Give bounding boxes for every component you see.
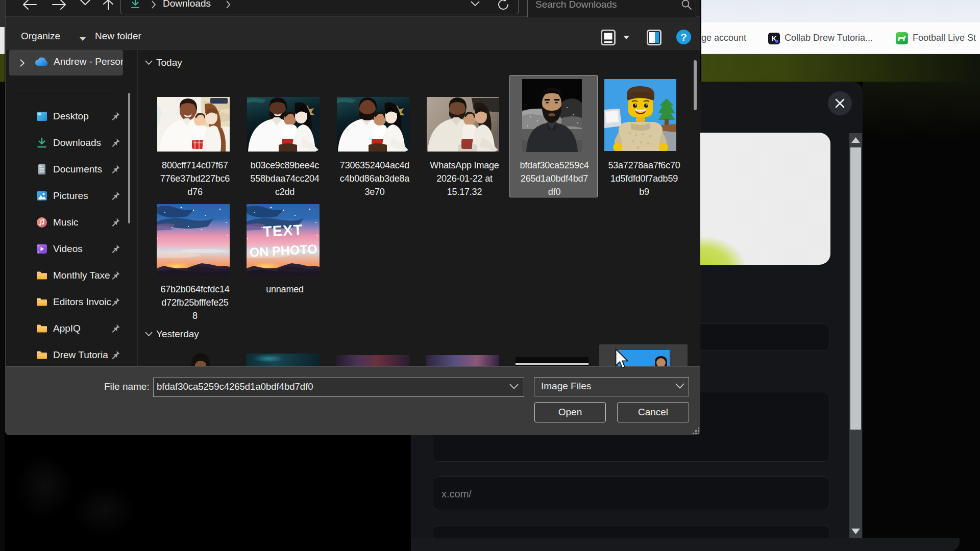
- svg-text:TEXT: TEXT: [262, 221, 303, 240]
